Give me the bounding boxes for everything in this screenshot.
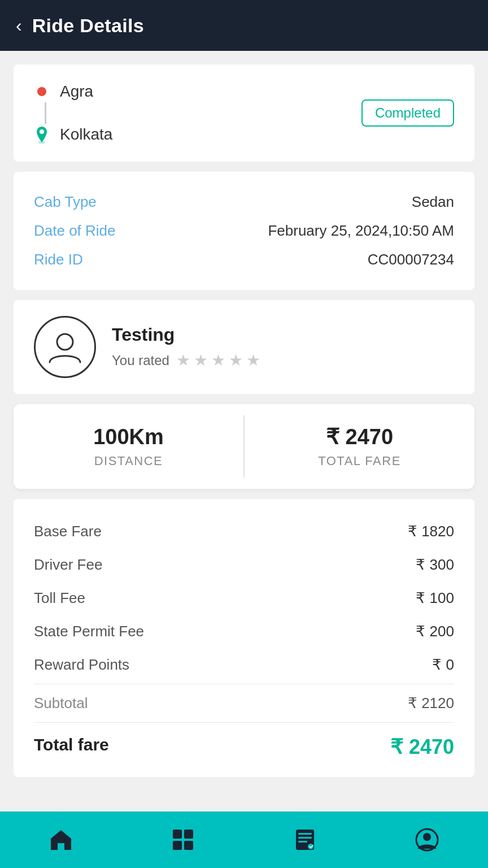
- profile-icon: [413, 826, 441, 853]
- destination-pin-icon: [34, 125, 50, 144]
- svg-rect-9: [298, 837, 312, 839]
- svg-rect-5: [173, 841, 182, 850]
- star-2[interactable]: ★: [194, 351, 208, 370]
- origin-city: Agra: [60, 83, 93, 101]
- route-line-icon: [45, 102, 46, 124]
- breakdown-value-2: ₹ 100: [416, 589, 454, 607]
- star-1[interactable]: ★: [176, 351, 190, 370]
- driver-name: Testing: [112, 324, 260, 345]
- date-value: February 25, 2024,10:50 AM: [268, 222, 454, 240]
- bottom-nav: [0, 811, 488, 868]
- svg-rect-6: [184, 841, 193, 850]
- distance-label: DISTANCE: [94, 454, 163, 468]
- grid-icon: [169, 826, 197, 853]
- avatar: [34, 316, 96, 378]
- breakdown-label-4: Reward Points: [34, 656, 129, 674]
- breakdown-label-0: Base Fare: [34, 523, 102, 540]
- total-label: Total fare: [34, 735, 109, 759]
- content: Agra Kolkata Completed Cab T: [0, 51, 488, 811]
- subtotal-row: Subtotal ₹ 2120: [34, 687, 454, 720]
- home-icon: [47, 826, 75, 853]
- distance-fare-card: 100Km DISTANCE ₹ 2470 TOTAL FARE: [14, 404, 474, 489]
- distance-value: 100Km: [93, 425, 164, 449]
- svg-rect-3: [173, 830, 182, 839]
- subtotal-label: Subtotal: [34, 695, 88, 712]
- rating-row: You rated ★ ★ ★ ★ ★: [112, 351, 260, 370]
- subtotal-value: ₹ 2120: [408, 695, 454, 712]
- nav-home[interactable]: [36, 822, 86, 858]
- origin-dot-icon: [37, 87, 46, 96]
- total-value: ₹ 2470: [390, 735, 454, 759]
- svg-point-13: [423, 833, 431, 841]
- breakdown-label-2: Toll Fee: [34, 589, 85, 607]
- fare-col: ₹ 2470 TOTAL FARE: [245, 404, 474, 489]
- origin-point: Agra: [34, 83, 112, 101]
- cab-type-label: Cab Type: [34, 193, 97, 211]
- cab-type-row: Cab Type Sedan: [34, 188, 454, 216]
- breakdown-label-1: Driver Fee: [34, 556, 102, 574]
- svg-point-11: [308, 844, 313, 849]
- fare-label: TOTAL FARE: [318, 454, 401, 468]
- breakdown-row-3: State Permit Fee₹ 200: [34, 615, 454, 648]
- total-row: Total fare ₹ 2470: [34, 725, 454, 761]
- breakdown-label-3: State Permit Fee: [34, 623, 144, 640]
- breakdown-row-2: Toll Fee₹ 100: [34, 581, 454, 615]
- rating-label: You rated: [112, 353, 169, 368]
- driver-info: Testing You rated ★ ★ ★ ★ ★: [112, 324, 260, 370]
- nav-grid[interactable]: [158, 822, 208, 858]
- fare-value: ₹ 2470: [326, 424, 393, 449]
- destination-city: Kolkata: [60, 125, 112, 144]
- breakdown-value-1: ₹ 300: [416, 556, 454, 574]
- svg-rect-10: [298, 841, 307, 843]
- breakdown-value-3: ₹ 200: [416, 623, 454, 640]
- breakdown-row-4: Reward Points₹ 0: [34, 648, 454, 682]
- separator-1: [34, 684, 454, 684]
- stars: ★ ★ ★ ★ ★: [176, 351, 260, 370]
- route-card: Agra Kolkata Completed: [14, 64, 474, 162]
- separator-2: [34, 722, 454, 723]
- breakdown-rows: Base Fare₹ 1820Driver Fee₹ 300Toll Fee₹ …: [34, 515, 454, 682]
- page-title: Ride Details: [32, 15, 144, 37]
- breakdown-row-0: Base Fare₹ 1820: [34, 515, 454, 548]
- route-left: Agra Kolkata: [34, 83, 112, 144]
- star-4[interactable]: ★: [229, 351, 243, 370]
- breakdown-value-0: ₹ 1820: [408, 523, 454, 540]
- breakdown-value-4: ₹ 0: [432, 656, 454, 674]
- date-row: Date of Ride February 25, 2024,10:50 AM: [34, 216, 454, 245]
- avatar-icon: [45, 327, 85, 367]
- nav-rides[interactable]: [280, 822, 330, 858]
- rides-icon: [291, 826, 319, 853]
- ride-info-card: Cab Type Sedan Date of Ride February 25,…: [14, 172, 474, 290]
- cab-type-value: Sedan: [412, 193, 454, 211]
- back-button[interactable]: ‹: [16, 16, 22, 34]
- ride-id-value: CC00007234: [368, 251, 454, 268]
- destination-point: Kolkata: [34, 125, 112, 144]
- driver-card: Testing You rated ★ ★ ★ ★ ★: [14, 300, 474, 394]
- distance-col: 100Km DISTANCE: [14, 404, 243, 489]
- ride-id-row: Ride ID CC00007234: [34, 245, 454, 274]
- ride-id-label: Ride ID: [34, 251, 83, 268]
- svg-point-1: [40, 129, 44, 134]
- header: ‹ Ride Details: [0, 0, 488, 51]
- nav-profile[interactable]: [402, 822, 452, 858]
- date-label: Date of Ride: [34, 222, 116, 240]
- svg-rect-4: [184, 830, 193, 839]
- svg-point-2: [57, 334, 73, 350]
- star-5[interactable]: ★: [246, 351, 260, 370]
- status-badge: Completed: [361, 99, 454, 127]
- fare-breakdown-card: Base Fare₹ 1820Driver Fee₹ 300Toll Fee₹ …: [14, 499, 474, 777]
- star-3[interactable]: ★: [211, 351, 225, 370]
- breakdown-row-1: Driver Fee₹ 300: [34, 548, 454, 581]
- svg-rect-8: [298, 833, 312, 835]
